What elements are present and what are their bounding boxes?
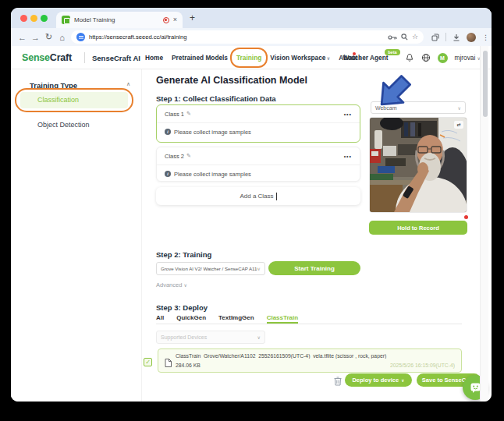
deploy-tabs: All QuickGen TextImgGen ClassTrain <box>156 313 462 324</box>
bookmark-star-icon[interactable]: ☆ <box>412 34 418 41</box>
user-avatar[interactable]: M <box>438 53 448 63</box>
toolbar-right-icons: ⋮ <box>431 33 489 42</box>
class-card-hint-row: i Please collect image samples <box>157 165 360 182</box>
sidebar-item-classification[interactable]: Classification <box>20 92 128 108</box>
file-name: ClassTrain_Grove/Watcher/A1102_255261615… <box>176 353 455 359</box>
nav-vision-workspace[interactable]: Vision Workspace∨ <box>270 54 330 62</box>
back-icon[interactable]: ← <box>16 33 29 42</box>
site-info-icon[interactable] <box>76 33 85 41</box>
chevron-down-icon: ∨ <box>257 266 261 271</box>
tab-classtrain[interactable]: ClassTrain <box>267 313 298 324</box>
browser-window: Model Training × + ← → ↻ ⌂ https://sense… <box>11 8 492 402</box>
deploy-to-device-button[interactable]: Deploy to device∨ <box>345 373 412 387</box>
edit-pencil-icon[interactable]: ✎ <box>186 111 191 117</box>
reload-icon[interactable]: ↻ <box>42 32 55 42</box>
search-icon[interactable] <box>401 34 408 41</box>
trash-icon[interactable] <box>334 375 342 389</box>
traffic-light-minimize[interactable] <box>30 15 37 22</box>
password-key-icon[interactable] <box>388 34 397 41</box>
tab-close-icon[interactable]: × <box>173 16 177 23</box>
app-title: SenseCraft AI <box>92 54 140 62</box>
supported-devices-select[interactable]: Supported Devices ∨ <box>156 331 265 344</box>
tab-quickgen[interactable]: QuickGen <box>176 313 206 324</box>
browser-tab[interactable]: Model Training × <box>56 12 183 28</box>
scrollbar-thumb[interactable] <box>483 51 488 117</box>
chevron-down-icon: ∨ <box>257 334 261 340</box>
chevron-down-icon: ∨ <box>458 105 461 111</box>
info-icon: i <box>165 171 171 177</box>
info-icon: i <box>165 129 171 135</box>
header-right: Watcher Agentbeta M mjrovai ∨ <box>343 46 481 69</box>
user-menu[interactable]: mjrovai ∨ <box>455 54 481 62</box>
start-training-button[interactable]: Start Training <box>268 261 360 275</box>
more-menu-icon[interactable]: ••• <box>344 154 352 159</box>
main-nav: Home Pretrained Models Training Vision W… <box>145 46 362 69</box>
file-timestamp: 2025/5/26 16:15:09(UTC-4) <box>390 363 455 368</box>
nav-home[interactable]: Home <box>145 54 163 62</box>
header-divider <box>84 52 85 63</box>
beta-badge: beta <box>385 49 399 55</box>
nav-pretrained-models[interactable]: Pretrained Models <box>172 54 228 62</box>
tab-title: Model Training <box>74 16 159 23</box>
toolbar-divider <box>445 33 446 41</box>
class-card-2: Class 2 ✎ ••• i Please collect image sam… <box>156 147 360 182</box>
file-size: 284.06 KB <box>176 363 201 368</box>
forward-icon[interactable]: → <box>29 33 42 42</box>
class-card-hint-row: i Please collect image samples <box>157 123 360 140</box>
text-caret <box>276 193 277 200</box>
class-hint: Please collect image samples <box>174 171 251 178</box>
model-file-row[interactable]: ClassTrain_Grove/Watcher/A1102_255261615… <box>158 348 462 373</box>
class-card-header: Class 2 ✎ ••• <box>157 147 360 165</box>
new-tab-button[interactable]: + <box>190 12 195 23</box>
add-class-button[interactable]: Add a Class <box>156 187 360 205</box>
step1-label: Step 1: Collect Classification Data <box>156 94 276 103</box>
training-device-select[interactable]: Grove Vision AI V2/ Watcher / SenseCAP A… <box>156 262 265 275</box>
tab-all[interactable]: All <box>156 313 164 324</box>
sidebar-item-object-detection[interactable]: Object Detection <box>37 121 90 129</box>
site-header: SenseCraft SenseCraft AI Home Pretrained… <box>11 46 492 69</box>
chevron-down-icon: ∨ <box>401 378 404 383</box>
address-bar[interactable]: https://sensecraft.seeed.cc/ai/training … <box>71 30 424 44</box>
nav-watcher-agent[interactable]: Watcher Agentbeta <box>343 54 389 62</box>
sidebar: Training Type ∧ Classification Object De… <box>11 69 142 402</box>
chevron-down-icon: ∨ <box>326 56 330 61</box>
sensecraft-logo[interactable]: SenseCraft <box>22 52 72 63</box>
page-scrollbar[interactable] <box>480 46 488 402</box>
step2-label: Step 2: Training <box>156 250 211 259</box>
more-menu-icon[interactable]: ••• <box>344 111 352 117</box>
browser-menu-icon[interactable]: ⋮ <box>482 34 489 41</box>
class-name: Class 1 <box>165 111 184 118</box>
tab-recording-icon <box>163 17 169 23</box>
chevron-up-icon[interactable]: ∧ <box>126 81 130 87</box>
class-hint: Please collect image samples <box>174 129 251 136</box>
browser-toolbar: ← → ↻ ⌂ https://sensecraft.seeed.cc/ai/t… <box>11 28 492 46</box>
class-card-1: Class 1 ✎ ••• i Please collect image sam… <box>156 104 360 143</box>
sidebar-group-title[interactable]: Training Type <box>30 81 77 90</box>
class-name: Class 2 <box>165 153 184 160</box>
tab-favicon-icon <box>62 16 70 24</box>
browser-profile-avatar[interactable] <box>467 33 476 42</box>
advanced-toggle[interactable]: Advanced ∨ <box>156 281 187 288</box>
chevron-down-icon: ∨ <box>183 283 186 288</box>
camera-source-select[interactable]: Webcam ∨ <box>371 101 466 114</box>
class-card-header: Class 1 ✎ ••• <box>157 105 360 123</box>
step3-label: Step 3: Deploy <box>156 303 208 312</box>
edit-pencil-icon[interactable]: ✎ <box>186 153 191 159</box>
download-icon[interactable] <box>453 34 460 41</box>
traffic-light-maximize[interactable] <box>41 15 48 22</box>
globe-icon[interactable] <box>421 53 431 62</box>
traffic-light-close[interactable] <box>20 15 27 22</box>
file-checkbox[interactable]: ✓ <box>144 358 152 366</box>
url-text[interactable]: https://sensecraft.seeed.cc/ai/training <box>89 34 384 41</box>
tab-search-icon[interactable] <box>431 34 439 41</box>
bell-icon[interactable] <box>405 53 414 62</box>
webcam-preview: ⇄ <box>369 117 467 213</box>
hold-to-record-button[interactable]: Hold to Record <box>369 221 467 235</box>
flip-camera-icon[interactable]: ⇄ <box>454 121 463 129</box>
home-icon[interactable]: ⌂ <box>55 33 69 42</box>
nav-training[interactable]: Training <box>236 54 261 62</box>
file-icon <box>165 356 172 370</box>
camera-status-dot <box>464 215 468 219</box>
webcam-preview-image <box>370 118 467 213</box>
tab-textimggen[interactable]: TextImgGen <box>218 313 254 324</box>
